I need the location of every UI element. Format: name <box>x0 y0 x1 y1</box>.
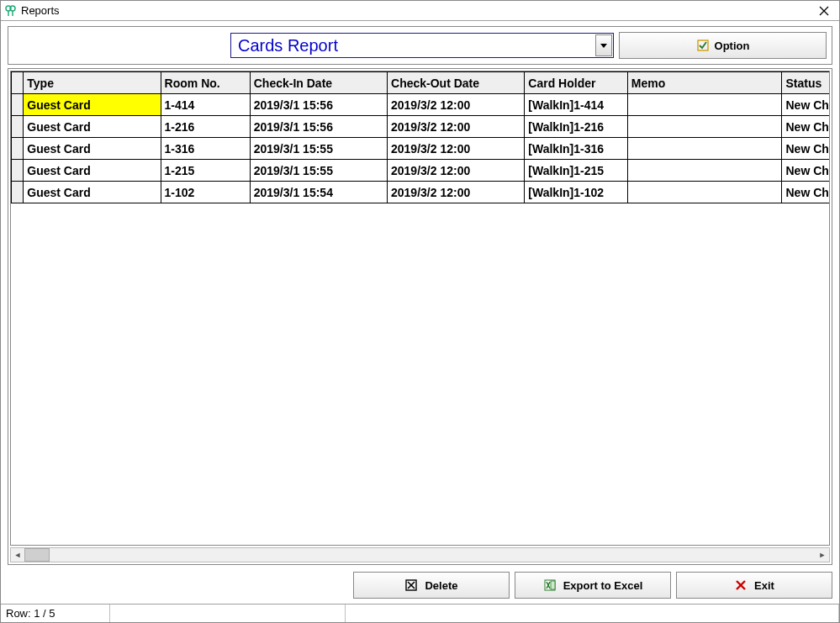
status-pane-3 <box>346 605 839 622</box>
report-table[interactable]: Type Room No. Check-In Date Check-Out Da… <box>11 71 830 203</box>
cell-status[interactable]: New Check-i <box>782 94 830 116</box>
cell-type[interactable]: Guest Card <box>24 160 161 182</box>
cell-checkout[interactable]: 2019/3/2 12:00 <box>388 182 525 203</box>
exit-icon <box>734 578 748 592</box>
row-header[interactable] <box>12 160 24 182</box>
cell-room[interactable]: 1-216 <box>161 116 250 138</box>
cell-status[interactable]: New Check-i <box>782 116 830 138</box>
close-button[interactable] <box>809 2 839 20</box>
cell-memo[interactable] <box>627 182 782 203</box>
cell-status[interactable]: New Check-i <box>782 160 830 182</box>
option-button[interactable]: Option <box>619 32 827 59</box>
cell-memo[interactable] <box>627 116 782 138</box>
cell-memo[interactable] <box>627 160 782 182</box>
titlebar: Reports <box>1 1 839 21</box>
cell-checkin[interactable]: 2019/3/1 15:56 <box>250 94 387 116</box>
cell-room[interactable]: 1-414 <box>161 94 250 116</box>
row-header[interactable] <box>12 116 24 138</box>
grid-wrap: Type Room No. Check-In Date Check-Out Da… <box>10 71 830 546</box>
table-row[interactable]: Guest Card1-3162019/3/1 15:552019/3/2 12… <box>12 138 831 160</box>
reports-window: Reports Cards Report Option <box>0 0 840 623</box>
svg-rect-6 <box>698 40 708 50</box>
cell-checkout[interactable]: 2019/3/2 12:00 <box>388 116 525 138</box>
delete-button[interactable]: Delete <box>353 572 510 599</box>
cell-checkin[interactable]: 2019/3/1 15:55 <box>250 160 387 182</box>
table-row[interactable]: Guest Card1-4142019/3/1 15:562019/3/2 12… <box>12 94 831 116</box>
cell-memo[interactable] <box>627 94 782 116</box>
cell-holder[interactable]: [WalkIn]1-215 <box>525 160 627 182</box>
cell-checkout[interactable]: 2019/3/2 12:00 <box>388 160 525 182</box>
col-checkout[interactable]: Check-Out Date <box>388 72 525 94</box>
cell-type[interactable]: Guest Card <box>24 182 161 203</box>
combo-dropdown-button[interactable] <box>595 34 612 56</box>
cell-holder[interactable]: [WalkIn]1-102 <box>525 182 627 203</box>
row-header[interactable] <box>12 94 24 116</box>
table-header-row: Type Room No. Check-In Date Check-Out Da… <box>12 72 831 94</box>
status-row-info: Row: 1 / 5 <box>1 605 110 622</box>
cell-holder[interactable]: [WalkIn]1-316 <box>525 138 627 160</box>
rowheader-corner <box>12 72 24 94</box>
cell-type[interactable]: Guest Card <box>24 138 161 160</box>
export-excel-button[interactable]: Export to Excel <box>515 572 671 599</box>
status-pane-2 <box>110 605 346 622</box>
col-holder[interactable]: Card Holder <box>525 72 627 94</box>
toolbar: Cards Report Option <box>8 26 832 65</box>
report-type-combo[interactable]: Cards Report <box>230 33 614 58</box>
col-memo[interactable]: Memo <box>627 72 782 94</box>
delete-icon <box>404 578 418 592</box>
row-header[interactable] <box>12 182 24 203</box>
horizontal-scrollbar[interactable]: ◄ ► <box>10 547 830 562</box>
cell-status[interactable]: New Check-i <box>782 138 830 160</box>
table-row[interactable]: Guest Card1-2152019/3/1 15:552019/3/2 12… <box>12 160 831 182</box>
chevron-down-icon <box>600 44 607 48</box>
export-label: Export to Excel <box>563 579 643 592</box>
col-checkin[interactable]: Check-In Date <box>250 72 387 94</box>
grid-panel: Type Room No. Check-In Date Check-Out Da… <box>8 68 832 565</box>
table-row[interactable]: Guest Card1-1022019/3/1 15:542019/3/2 12… <box>12 182 831 203</box>
close-icon <box>819 6 829 16</box>
col-room[interactable]: Room No. <box>161 72 250 94</box>
option-icon <box>696 39 710 52</box>
app-icon <box>4 4 18 18</box>
option-label: Option <box>715 40 750 52</box>
cell-room[interactable]: 1-215 <box>161 160 250 182</box>
cell-holder[interactable]: [WalkIn]1-216 <box>525 116 627 138</box>
cell-holder[interactable]: [WalkIn]1-414 <box>525 94 627 116</box>
exit-label: Exit <box>754 579 774 592</box>
cell-room[interactable]: 1-102 <box>161 182 250 203</box>
cell-type[interactable]: Guest Card <box>24 94 161 116</box>
report-type-text: Cards Report <box>231 36 594 55</box>
excel-icon <box>543 578 557 592</box>
cell-checkin[interactable]: 2019/3/1 15:55 <box>250 138 387 160</box>
cell-status[interactable]: New Check-i <box>782 182 830 203</box>
scroll-left-button[interactable]: ◄ <box>11 548 24 562</box>
cell-checkin[interactable]: 2019/3/1 15:56 <box>250 116 387 138</box>
scroll-thumb[interactable] <box>24 548 50 562</box>
cell-memo[interactable] <box>627 138 782 160</box>
scroll-right-button[interactable]: ► <box>816 548 829 562</box>
cell-type[interactable]: Guest Card <box>24 116 161 138</box>
cell-room[interactable]: 1-316 <box>161 138 250 160</box>
delete-label: Delete <box>425 579 457 592</box>
cell-checkin[interactable]: 2019/3/1 15:54 <box>250 182 387 203</box>
col-type[interactable]: Type <box>24 72 161 94</box>
table-row[interactable]: Guest Card1-2162019/3/1 15:562019/3/2 12… <box>12 116 831 138</box>
window-title: Reports <box>21 4 60 17</box>
svg-rect-11 <box>551 581 555 589</box>
cell-checkout[interactable]: 2019/3/2 12:00 <box>388 138 525 160</box>
col-status[interactable]: Status <box>782 72 830 94</box>
row-header[interactable] <box>12 138 24 160</box>
action-bar: Delete Export to Excel Exit <box>1 568 839 604</box>
exit-button[interactable]: Exit <box>676 572 832 599</box>
cell-checkout[interactable]: 2019/3/2 12:00 <box>388 94 525 116</box>
statusbar: Row: 1 / 5 <box>1 604 839 622</box>
